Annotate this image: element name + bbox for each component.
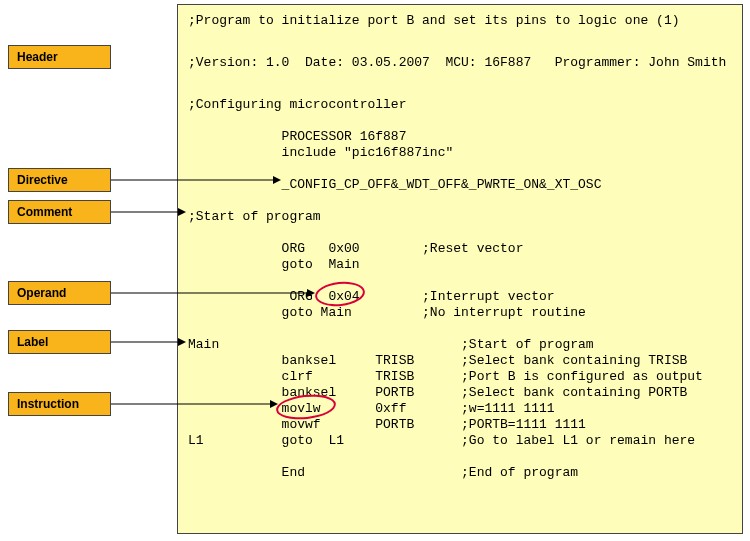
svg-marker-5 [307,289,315,297]
label-operand: Operand [8,281,111,305]
label-comment: Comment [8,200,111,224]
svg-marker-7 [178,338,186,346]
code-line: ;Start of program [188,209,321,224]
code-line: banksel TRISB ;Select bank containing TR… [188,353,687,368]
code-line: clrf TRISB ;Port B is configured as outp… [188,369,703,384]
label-label: Label [8,330,111,354]
code-panel: ;Program to initialize port B and set it… [177,4,743,534]
code-line: End ;End of program [188,465,578,480]
code-line: PROCESSOR 16f887 [188,129,406,144]
code-line: goto Main [188,257,360,272]
code-line: Main ;Start of program [188,337,594,352]
code-line: goto Main ;No interrupt routine [188,305,586,320]
svg-marker-1 [273,176,281,184]
code-line: ;Program to initialize port B and set it… [188,13,679,28]
svg-marker-9 [270,400,278,408]
svg-marker-3 [178,208,186,216]
code-line: L1 goto L1 ;Go to label L1 or remain her… [188,433,695,448]
code-line: ;Configuring microcontroller [188,97,406,112]
code-line: movwf PORTB ;PORTB=1111 1111 [188,417,586,432]
label-instruction: Instruction [8,392,111,416]
code-line: include "pic16f887inc" [188,145,453,160]
label-header: Header [8,45,111,69]
label-directive: Directive [8,168,111,192]
code-line: ORG 0x00 ;Reset vector [188,241,523,256]
code-line: ;Version: 1.0 Date: 03.05.2007 MCU: 16F8… [188,55,726,70]
